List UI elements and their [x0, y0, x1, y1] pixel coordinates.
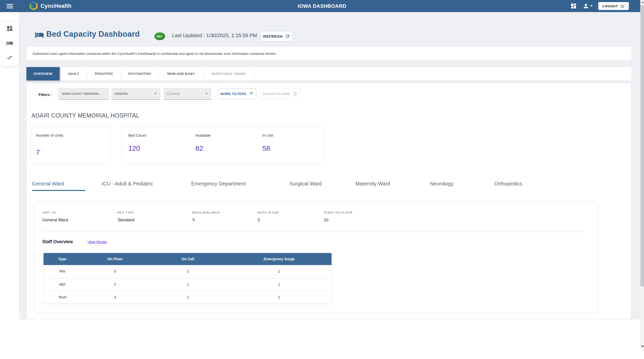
active-ward-underline [32, 190, 85, 191]
side-nav [0, 21, 19, 66]
unit-card: UNIT 101 BED TYPE BEDS AVAILABLE BEDS IN… [34, 201, 598, 313]
tab-substance-abuse[interactable]: SUBSTANCE ABUSE [203, 67, 254, 80]
dropdown-arrow-icon: ▼ [154, 92, 157, 95]
type-filter-select[interactable]: GENERAL ▼ [111, 88, 160, 100]
bed-count-label: Bed Count [128, 133, 146, 137]
cell-on-call: 1 [149, 291, 227, 303]
table-row: RN 5 2 1 [44, 265, 332, 278]
cell-on-call: 1 [149, 278, 227, 291]
nav-transfers-icon[interactable] [6, 54, 13, 61]
user-menu[interactable] [583, 3, 593, 9]
cell-surge: 1 [227, 265, 332, 278]
bed-type-value: Standard [117, 218, 134, 222]
unit-number-label: UNIT 101 [42, 211, 57, 214]
chevron-down-icon [590, 5, 593, 7]
tab-pediatric[interactable]: PEDIATRIC [87, 67, 121, 80]
refresh-icon [285, 34, 290, 39]
cell-surge: 1 [227, 291, 332, 303]
logout-button[interactable]: LOGOUT [598, 2, 629, 10]
dashboard-title: IOWA DASHBOARD [298, 0, 346, 12]
more-filters-label: MORE FILTERS [220, 92, 246, 96]
county-filter-placeholder: County [167, 91, 180, 96]
available-label: Available [195, 133, 211, 137]
scrollbar-thumb[interactable] [640, 5, 644, 286]
staff-table: Type On Floor On Call Emergency Surge RN… [43, 253, 332, 304]
facility-filter-value: ADAIR COUNTY MEMORIAL [62, 92, 99, 95]
brand-logo: CyncHealth [29, 2, 71, 10]
table-row: Tech 3 1 1 [44, 291, 332, 303]
nav-dashboard-icon[interactable] [6, 25, 13, 32]
tab-overview[interactable]: OVERVIEW [26, 67, 60, 80]
main-tabs: OVERVIEW ADULT PEDIATRIC PSYCHIATRIC MOM… [26, 67, 631, 80]
ward-tab-orthopedics[interactable]: Orthopedics [494, 181, 522, 187]
units-label: Number of Units [36, 133, 63, 137]
ward-tab-neurology[interactable]: Neurology [430, 181, 453, 187]
cell-on-floor: 3 [81, 291, 149, 303]
beds-in-use-label: BEDS IN USE [258, 211, 279, 214]
col-header-type: Type [44, 253, 81, 265]
page-title: Bed Capacity Dashboard [46, 30, 140, 39]
cell-type: MD [44, 278, 81, 291]
facility-filter-select[interactable]: ADAIR COUNTY MEMORIAL [58, 88, 109, 100]
units-card: Number of Units 7 [31, 127, 110, 165]
hospital-name: ADAIR COUNTY MEMORIAL HOSPITAL [31, 112, 139, 119]
beds-available-label: BEDS AVAILABLE [192, 211, 220, 214]
scroll-up-arrow-icon[interactable] [641, 1, 644, 3]
tab-mom-and-baby[interactable]: MOM AND BABY [159, 67, 203, 80]
units-value: 7 [36, 148, 40, 157]
divider [42, 232, 584, 232]
cell-on-call: 2 [149, 265, 227, 278]
app-header: CyncHealth IOWA DASHBOARD LOGOUT [0, 0, 644, 12]
in-use-value: 58 [262, 144, 270, 152]
brand-name: CyncHealth [41, 3, 71, 9]
beds-card: Bed Count Available In Use 120 62 58 [122, 127, 325, 165]
logout-label: LOGOUT [602, 4, 618, 8]
bed-count-value: 120 [128, 144, 140, 152]
vertical-scrollbar[interactable] [640, 0, 644, 349]
beds-available-value: 5 [192, 218, 195, 222]
col-header-on-floor: On Floor [81, 253, 149, 265]
cynchealth-logo-icon [29, 2, 38, 10]
nrt-badge: NRT [154, 32, 165, 40]
beds-in-use-value: 5 [258, 218, 260, 222]
in-use-label: In Use [262, 133, 273, 137]
county-filter-select[interactable]: County ▼ [164, 88, 211, 100]
bed-icon [35, 30, 44, 39]
view-roster-link[interactable]: View Roster [88, 240, 107, 244]
clear-filters-button[interactable]: CLEAR FILTERS [260, 88, 300, 99]
col-header-emergency-surge: Emergency Surge [227, 253, 332, 265]
user-icon [583, 3, 589, 9]
type-filter-value: GENERAL [115, 92, 128, 95]
bed-type-label: BED TYPE [117, 211, 134, 214]
cell-type: Tech [44, 291, 81, 303]
ward-tab-surgical[interactable]: Surgical Ward [290, 181, 322, 187]
staff-on-floor-label: STAFF ON FLOOR [324, 211, 352, 214]
refresh-button[interactable]: REFRESH [260, 31, 293, 41]
cell-on-floor: 5 [81, 265, 149, 278]
ward-tab-general[interactable]: General Ward [32, 181, 64, 187]
filter-list-icon [249, 91, 254, 96]
unit-number-value: General Ward [42, 218, 68, 222]
staff-overview-title: Staff Overview [42, 239, 73, 244]
ward-tab-icu[interactable]: ICU - Adult & Pediatric [102, 181, 153, 187]
scroll-down-arrow-icon[interactable] [641, 346, 644, 347]
ward-tab-maternity[interactable]: Maternity Ward [355, 181, 390, 187]
cell-surge: 1 [227, 278, 332, 291]
dropdown-arrow-icon: ▼ [205, 92, 208, 95]
disclaimer-banner: Authorized users agree information conta… [26, 47, 631, 60]
tab-adult[interactable]: ADULT [60, 67, 87, 80]
cell-on-floor: 2 [81, 278, 149, 291]
clear-filters-label: CLEAR FILTERS [263, 92, 290, 96]
staff-on-floor-value: 10 [324, 218, 328, 222]
nav-bed-icon[interactable] [6, 40, 13, 46]
refresh-label: REFRESH [263, 34, 283, 38]
cell-type: RN [44, 265, 81, 278]
cancel-icon [293, 91, 297, 96]
more-filters-button[interactable]: MORE FILTERS [218, 88, 256, 99]
filters-label: Filters : [38, 92, 52, 97]
apps-grid-icon[interactable] [570, 3, 577, 10]
menu-icon[interactable] [7, 3, 13, 9]
tab-psychiatric[interactable]: PSYCHIATRIC [121, 67, 159, 80]
available-value: 62 [195, 144, 203, 152]
ward-tab-emergency[interactable]: Emergency Department [191, 181, 246, 187]
